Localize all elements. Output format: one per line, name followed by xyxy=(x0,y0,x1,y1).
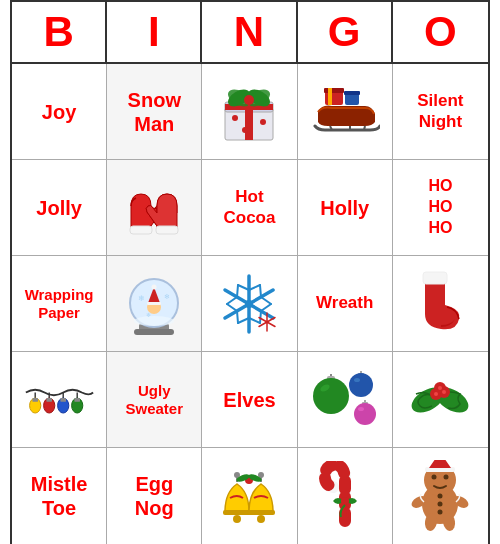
svg-rect-95 xyxy=(247,510,275,515)
cell-label: SnowMan xyxy=(128,88,181,136)
svg-rect-14 xyxy=(328,88,332,105)
bingo-cell: Elves xyxy=(202,352,297,448)
cell-label: MistleToe xyxy=(31,472,88,520)
snowglobe-icon: ❄ ❄ ❄ xyxy=(119,269,189,339)
svg-point-96 xyxy=(257,515,265,523)
svg-line-46 xyxy=(237,311,238,323)
cell-label: UglySweater xyxy=(126,382,184,418)
bingo-cell: HOHOHO xyxy=(393,160,488,256)
header-letter: N xyxy=(202,2,297,62)
bingo-cell xyxy=(298,352,393,448)
svg-point-11 xyxy=(260,119,266,125)
cell-label: Jolly xyxy=(36,196,82,220)
stocking-icon xyxy=(405,269,475,339)
svg-point-8 xyxy=(244,95,254,105)
bingo-cell xyxy=(393,448,488,544)
svg-point-28 xyxy=(152,285,157,290)
svg-point-89 xyxy=(442,390,446,394)
bingo-cell: Wreath xyxy=(298,256,393,352)
svg-point-109 xyxy=(432,475,437,480)
cell-label: Elves xyxy=(223,388,275,412)
svg-rect-27 xyxy=(147,302,161,305)
holly-icon xyxy=(405,365,475,435)
candycane-icon xyxy=(310,461,380,531)
bingo-cell: ❄ ❄ ❄ xyxy=(107,256,202,352)
svg-rect-91 xyxy=(223,510,251,515)
bells-icon xyxy=(214,461,284,531)
svg-point-81 xyxy=(354,403,376,425)
svg-point-78 xyxy=(354,378,360,382)
svg-point-115 xyxy=(438,510,443,515)
cell-label: Holly xyxy=(320,196,369,220)
svg-line-36 xyxy=(261,297,271,304)
mittens-icon xyxy=(119,173,189,243)
bingo-cell xyxy=(298,448,393,544)
svg-point-113 xyxy=(438,494,443,499)
svg-point-110 xyxy=(444,475,449,480)
bingo-cell: Holly xyxy=(298,160,393,256)
svg-point-92 xyxy=(233,515,241,523)
bingo-cell xyxy=(202,448,297,544)
svg-rect-58 xyxy=(423,272,447,284)
svg-line-48 xyxy=(237,285,238,297)
svg-point-73 xyxy=(313,378,349,414)
cell-label: HotCocoa xyxy=(224,187,276,228)
svg-point-90 xyxy=(438,386,442,390)
svg-line-19 xyxy=(364,126,365,130)
svg-line-37 xyxy=(260,285,261,297)
svg-rect-64 xyxy=(46,398,52,402)
svg-point-9 xyxy=(232,115,238,121)
svg-point-57 xyxy=(266,320,269,323)
bingo-cell: EggNog xyxy=(107,448,202,544)
cell-label: WrappingPaper xyxy=(25,286,94,322)
svg-rect-16 xyxy=(344,91,360,95)
svg-point-114 xyxy=(438,502,443,507)
svg-line-39 xyxy=(260,311,261,323)
cell-label: SilentNight xyxy=(417,91,463,132)
svg-point-77 xyxy=(349,373,373,397)
gingerbread-icon xyxy=(405,461,475,531)
bingo-header: BINGO xyxy=(12,2,488,64)
bingo-cell xyxy=(107,160,202,256)
bingo-cell: Joy xyxy=(12,64,107,160)
snowflake-icon xyxy=(214,269,284,339)
svg-text:❄: ❄ xyxy=(138,294,145,303)
svg-point-88 xyxy=(434,392,438,396)
bingo-cell xyxy=(298,64,393,160)
gift-icon xyxy=(214,77,284,147)
sleigh-icon xyxy=(310,77,380,147)
svg-rect-13 xyxy=(324,88,344,93)
svg-rect-67 xyxy=(60,398,66,402)
cell-label: Wreath xyxy=(316,293,373,313)
cell-label: Joy xyxy=(42,100,76,124)
header-letter: G xyxy=(298,2,393,62)
svg-point-10 xyxy=(242,127,248,133)
svg-rect-70 xyxy=(74,398,80,402)
lights-icon xyxy=(24,365,94,435)
header-letter: B xyxy=(12,2,107,62)
bingo-cell xyxy=(202,64,297,160)
svg-point-50 xyxy=(245,300,253,308)
svg-line-40 xyxy=(261,304,271,311)
svg-line-45 xyxy=(227,304,237,311)
cell-label: EggNog xyxy=(135,472,174,520)
bingo-cell xyxy=(202,256,297,352)
svg-line-49 xyxy=(227,297,237,304)
bingo-cell: MistleToe xyxy=(12,448,107,544)
bingo-cell: UglySweater xyxy=(107,352,202,448)
bingo-cell: Jolly xyxy=(12,160,107,256)
bingo-cell xyxy=(12,352,107,448)
svg-rect-21 xyxy=(156,226,178,234)
ornaments-icon xyxy=(310,365,380,435)
bingo-cell xyxy=(393,256,488,352)
hohoho-text: HOHOHO xyxy=(428,176,452,238)
svg-text:❄: ❄ xyxy=(146,312,151,318)
bingo-cell: HotCocoa xyxy=(202,160,297,256)
bingo-grid: JoySnowMan xyxy=(12,64,488,544)
svg-point-102 xyxy=(341,497,349,505)
header-letter: I xyxy=(107,2,202,62)
svg-rect-20 xyxy=(130,226,152,234)
bingo-cell: SilentNight xyxy=(393,64,488,160)
svg-rect-23 xyxy=(134,329,174,335)
svg-text:❄: ❄ xyxy=(164,293,170,300)
